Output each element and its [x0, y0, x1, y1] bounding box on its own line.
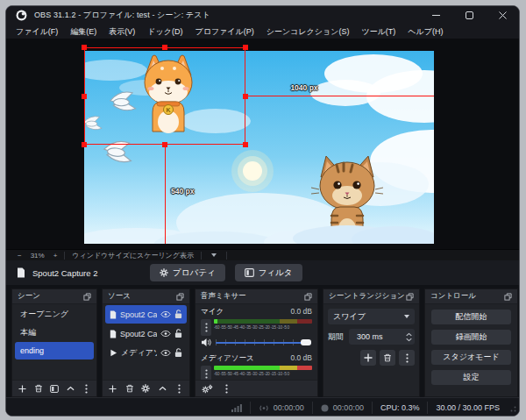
- move-scene-up-button[interactable]: [66, 382, 75, 395]
- source-name: メディアソー: [121, 347, 157, 359]
- zoom-in-button[interactable]: +: [49, 252, 62, 260]
- remove-transition-button[interactable]: [380, 350, 395, 366]
- window-controls: [419, 6, 519, 25]
- mixer-dock-header[interactable]: 音声ミキサー: [195, 289, 317, 304]
- source-item-spout2-2[interactable]: Spout2 Ca: [105, 324, 187, 343]
- add-transition-button[interactable]: [360, 350, 376, 366]
- scene-item-ending[interactable]: ending: [15, 342, 94, 359]
- mixer-channel-kebab-icon[interactable]: [201, 319, 211, 336]
- source-item-spout2-1[interactable]: Spout2 Ca: [105, 305, 187, 324]
- chevron-down-icon[interactable]: [211, 253, 217, 257]
- selection-handle-top-center[interactable]: [162, 45, 167, 50]
- sources-dock-header[interactable]: ソース: [103, 289, 189, 304]
- advanced-audio-properties-button[interactable]: [201, 382, 214, 395]
- resize-grip[interactable]: [508, 403, 516, 412]
- menu-docks[interactable]: ドック(D): [141, 25, 188, 39]
- visibility-eye-icon[interactable]: [160, 331, 171, 337]
- remove-scene-button[interactable]: [33, 382, 43, 395]
- studio-mode-button[interactable]: スタジオモード: [431, 350, 511, 365]
- lock-icon[interactable]: [174, 310, 182, 319]
- slider-handle[interactable]: [301, 339, 311, 345]
- settings-button[interactable]: 設定: [431, 370, 511, 385]
- popout-icon[interactable]: [406, 293, 414, 301]
- selection-handle-middle-left[interactable]: [82, 94, 87, 99]
- scenes-toolbar: [12, 380, 96, 396]
- properties-button[interactable]: プロパティ: [150, 264, 225, 281]
- meter-scale: -60 -55 -50 -45 -40 -35 -30 -25 -20 -15 …: [214, 324, 295, 331]
- scenes-overflow-kebab-icon[interactable]: [82, 382, 91, 395]
- speaker-icon[interactable]: [201, 338, 212, 347]
- add-source-button[interactable]: [108, 382, 118, 395]
- source-type-icon: [110, 330, 117, 338]
- sources-overflow-kebab-icon[interactable]: [174, 382, 184, 395]
- duration-spinbox[interactable]: 300 ms: [349, 329, 415, 345]
- double-gear-icon: [202, 384, 213, 394]
- controls-body: 配信開始 録画開始 スタジオモード 設定: [425, 304, 517, 396]
- source-item-media[interactable]: メディアソー: [105, 344, 187, 362]
- menu-help[interactable]: ヘルプ(H): [402, 25, 449, 39]
- gear-icon: [160, 268, 168, 277]
- slider-track[interactable]: [216, 342, 311, 344]
- transition-kebab-icon[interactable]: [399, 350, 415, 366]
- scene-item-opening[interactable]: オープニング: [15, 305, 94, 323]
- volume-slider[interactable]: [216, 338, 311, 346]
- scene-item-main[interactable]: 本編: [15, 324, 94, 341]
- sources-dock: ソース Spout2 Ca Spout2 Ca メディアソー: [102, 288, 190, 397]
- selection-handle-top-left[interactable]: [82, 45, 87, 50]
- controls-dock-header[interactable]: コントロール: [425, 289, 517, 304]
- divider: [201, 252, 202, 260]
- selection-handle-top-right[interactable]: [243, 45, 248, 50]
- broadcast-icon: [259, 404, 269, 412]
- menu-profile[interactable]: プロファイル(P): [188, 25, 259, 39]
- visibility-eye-icon[interactable]: [160, 311, 171, 317]
- menu-edit[interactable]: 編集(E): [64, 25, 103, 39]
- scaling-mode-dropdown[interactable]: ウィンドウサイズにスケーリング表示: [68, 251, 198, 260]
- move-source-up-button[interactable]: [157, 382, 167, 395]
- popout-icon[interactable]: [304, 293, 312, 301]
- selection-handle-bottom-left[interactable]: [82, 142, 87, 147]
- menu-tools[interactable]: ツール(T): [355, 25, 402, 39]
- transition-select[interactable]: スワイプ: [328, 309, 415, 324]
- scenes-dock-header[interactable]: シーン: [12, 289, 96, 304]
- properties-button-label: プロパティ: [173, 267, 216, 279]
- add-scene-button[interactable]: [18, 382, 27, 395]
- meter-scale: -60 -55 -50 -45 -40 -35 -30 -25 -20 -15 …: [214, 370, 295, 377]
- filter-icon: [245, 268, 254, 277]
- record-timer: 00:00:00: [312, 402, 372, 414]
- maximize-button[interactable]: [452, 6, 486, 25]
- zoom-out-button[interactable]: −: [13, 252, 26, 260]
- lock-icon[interactable]: [174, 329, 182, 338]
- selection-handle-middle-right[interactable]: [243, 94, 248, 99]
- start-recording-button[interactable]: 録画開始: [431, 330, 511, 345]
- document-icon: [17, 267, 25, 278]
- menu-file[interactable]: ファイル(F): [10, 25, 64, 39]
- audio-mixer-dock: 音声ミキサー マイク 0.0 dB -60 -55 -50 -45 -40 -3…: [195, 288, 318, 397]
- minimize-button[interactable]: [419, 6, 452, 25]
- close-button[interactable]: [486, 6, 519, 25]
- selection-handle-bottom-center[interactable]: [162, 142, 167, 147]
- mixer-channel-kebab-icon[interactable]: [201, 366, 211, 380]
- transitions-dock-header[interactable]: シーントランジション: [323, 289, 419, 304]
- popout-icon[interactable]: [83, 293, 91, 301]
- width-measure-label: 1040 px: [252, 83, 357, 92]
- mixer-overflow-kebab-icon[interactable]: [220, 382, 233, 395]
- popout-icon[interactable]: [176, 293, 184, 301]
- popout-icon[interactable]: [504, 293, 512, 301]
- lock-icon[interactable]: [174, 348, 182, 358]
- remove-source-button[interactable]: [124, 382, 135, 395]
- source-properties-button[interactable]: [141, 382, 152, 395]
- selection-box[interactable]: [84, 47, 245, 145]
- signal-bars-icon: [231, 403, 242, 412]
- filters-button[interactable]: フィルタ: [235, 264, 302, 281]
- play-icon: [110, 349, 117, 357]
- menu-scene-collection[interactable]: シーンコレクション(S): [260, 25, 356, 39]
- start-streaming-button[interactable]: 配信開始: [431, 310, 511, 324]
- scene-filters-button[interactable]: [49, 382, 59, 395]
- spin-up-icon[interactable]: [406, 332, 412, 337]
- duration-value[interactable]: 300 ms: [349, 332, 402, 341]
- menu-view[interactable]: 表示(V): [103, 25, 141, 39]
- spin-down-icon[interactable]: [406, 338, 412, 342]
- zoom-level: 31%: [26, 252, 49, 260]
- selection-handle-bottom-right[interactable]: [243, 142, 248, 147]
- visibility-eye-icon[interactable]: [160, 350, 171, 356]
